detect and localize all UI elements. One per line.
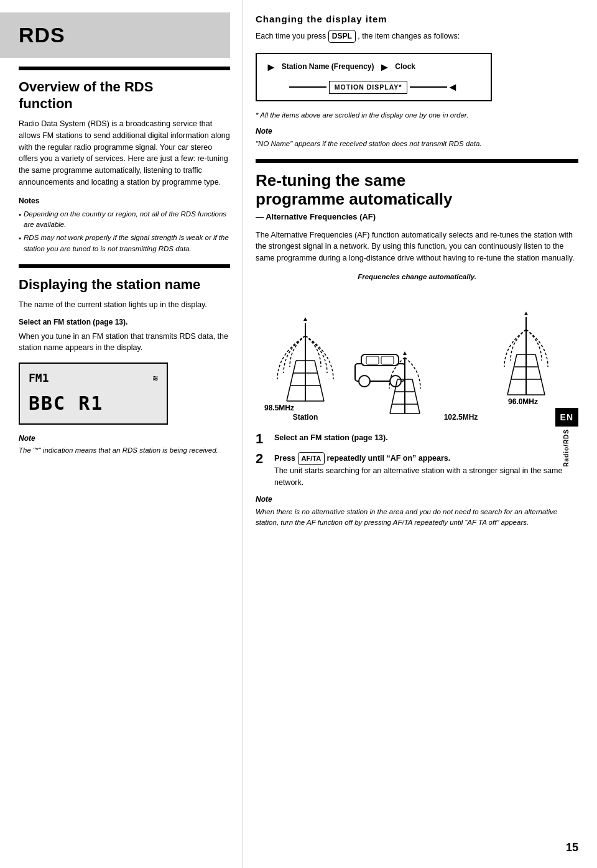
overview-section: Overview of the RDS function Radio Data …	[19, 79, 230, 188]
left-tower: ▲	[277, 315, 333, 401]
dspl-button: DSPL	[328, 30, 356, 43]
en-badge: EN	[555, 408, 578, 427]
intro-line: Each time you press DSPL , the item chan…	[256, 30, 578, 43]
flow-item2: Clock	[395, 62, 415, 72]
rds-title: RDS	[19, 20, 218, 50]
bullet-dot-2: •	[19, 233, 21, 254]
flow-bottom-label: MOTION DISPLAY*	[329, 81, 408, 94]
step-content-1: Select an FM station (page 13).	[274, 432, 388, 444]
svg-text:98.5MHz: 98.5MHz	[264, 404, 294, 412]
notes-section: Notes • Depending on the country or regi…	[19, 196, 230, 254]
svg-rect-15	[381, 356, 394, 364]
note-section-right-1: Note "NO Name" appears if the received s…	[256, 126, 578, 149]
step-content-2: Press AF/TA repeatedly until “AF on” app…	[274, 452, 578, 488]
note-text-right-1: "NO Name" appears if the received statio…	[256, 139, 578, 149]
retuning-section: Re-tuning the same programme automatical…	[256, 172, 578, 528]
en-section: EN Radio/RDS	[555, 408, 578, 467]
changing-display-section: Changing the display item Each time you …	[256, 12, 578, 120]
fm-display-top: FM1 ≋	[29, 370, 158, 386]
svg-line-6	[315, 361, 324, 401]
step2-label: Press	[274, 454, 295, 463]
fm-antenna-icon: ≋	[153, 372, 158, 384]
right-divider	[256, 159, 578, 163]
svg-line-21	[507, 354, 517, 395]
display-section: Displaying the station name The name of …	[19, 277, 230, 425]
svg-line-22	[535, 354, 545, 395]
page-number: 15	[566, 839, 578, 856]
rds-header: RDS	[0, 12, 230, 58]
car-diagram	[355, 354, 405, 387]
overview-body: Radio Data System (RDS) is a broadcastin…	[19, 118, 230, 188]
svg-text:Station: Station	[293, 413, 318, 422]
step2-body: The unit starts searching for an alterna…	[274, 465, 578, 489]
svg-text:▲: ▲	[523, 310, 529, 316]
flow-arrow-2: ►	[379, 59, 391, 75]
freq-change-label: Frequencies change automatically.	[256, 272, 578, 282]
flow-top-row: ► Station Name (Frequency) ► Clock	[266, 59, 482, 75]
svg-point-13	[390, 376, 401, 387]
note-title-right-2: Note	[256, 494, 578, 505]
retuning-subtitle: — Alternative Frequencies (AF)	[256, 211, 578, 223]
svg-line-32	[412, 379, 420, 413]
step-2: 2 Press AF/TA repeatedly until “AF on” a…	[256, 452, 578, 488]
step-label: Select an FM station (page 13).	[19, 317, 230, 328]
display-body: The name of the current station lights u…	[19, 299, 230, 311]
display-title: Displaying the station name	[19, 277, 230, 293]
right-column: Changing the display item Each time you …	[243, 0, 597, 868]
flow-diagram: ► Station Name (Frequency) ► Clock MOTIO…	[256, 53, 492, 101]
radio-rds-label: Radio/RDS	[562, 429, 572, 467]
flow-back-left	[289, 86, 326, 88]
af-ta-button-note: AF/TA	[393, 519, 412, 526]
step-body: When you tune in an FM station that tran…	[19, 331, 230, 354]
left-section-divider	[19, 264, 230, 268]
overview-title: Overview of the RDS function	[19, 79, 230, 112]
bullet-item-2: • RDS may not work properly if the signa…	[19, 233, 230, 254]
note-title-2: Note	[19, 433, 230, 444]
af-ta-button-step2: AF/TA	[298, 452, 325, 465]
fm-station-name: BBC R1	[29, 390, 158, 417]
step-number-1: 1	[256, 432, 268, 446]
svg-text:▲: ▲	[302, 315, 308, 322]
note-title-right-1: Note	[256, 126, 578, 137]
retuning-body: The Alternative Frequencies (AF) functio…	[256, 229, 578, 264]
notes-title: Notes	[19, 196, 230, 206]
retuning-title: Re-tuning the same programme automatical…	[256, 172, 578, 209]
svg-rect-14	[366, 356, 379, 364]
note-text-right-2: When there is no alternative station in …	[256, 507, 578, 529]
changing-display-title: Changing the display item	[256, 12, 578, 26]
bullet-dot-1: •	[19, 210, 21, 231]
svg-point-12	[359, 376, 370, 387]
step2-label2: repeatedly until “AF on” appears.	[327, 454, 451, 463]
right-tower: ▲	[504, 310, 548, 395]
flow-item1: Station Name (Frequency)	[282, 62, 374, 72]
freq-diagram-svg: ▲ 98.5MHz	[256, 286, 554, 423]
frequency-diagram: Frequencies change automatically.	[256, 272, 578, 427]
bullet-item-1: • Depending on the country or region, no…	[19, 209, 230, 231]
note-section-2: Note The "*" indication means that an RD…	[19, 433, 230, 456]
svg-text:102.5MHz: 102.5MHz	[444, 413, 478, 422]
asterisk-note: * All the items above are scrolled in th…	[256, 110, 578, 120]
note-text-2: The "*" indication means that an RDS sta…	[19, 445, 230, 456]
svg-line-5	[287, 361, 296, 401]
flow-bottom-row: MOTION DISPLAY* ►	[266, 79, 482, 95]
left-divider	[19, 67, 230, 70]
flow-back-arrow: ►	[447, 79, 458, 95]
svg-text:96.0MHz: 96.0MHz	[508, 397, 538, 406]
step-1: 1 Select an FM station (page 13).	[256, 432, 578, 446]
fm-label: FM1	[29, 370, 49, 386]
fm-display-box: FM1 ≋ BBC R1	[19, 362, 168, 425]
flow-back-right	[410, 86, 447, 88]
note-section-right-2: Note When there is no alternative statio…	[256, 494, 578, 528]
step-number-2: 2	[256, 452, 268, 466]
svg-text:▲: ▲	[402, 349, 408, 356]
flow-arrow-1: ►	[266, 59, 277, 75]
